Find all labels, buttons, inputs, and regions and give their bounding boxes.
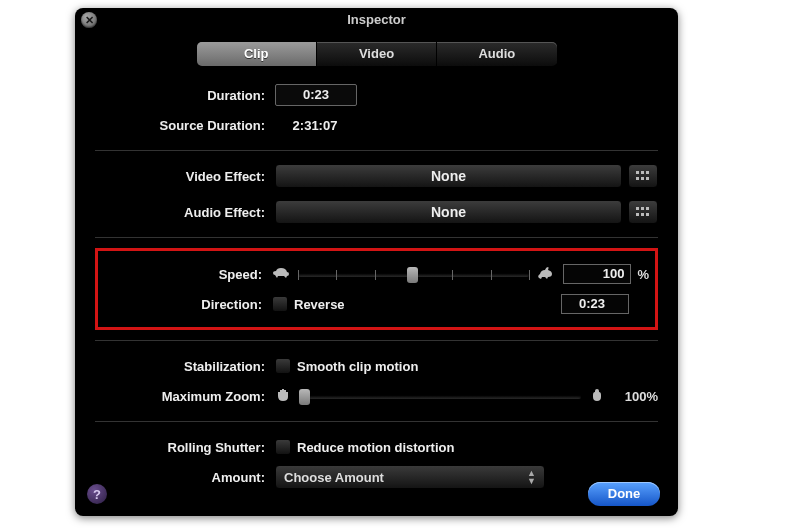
close-button[interactable]: ✕ [81, 12, 97, 28]
source-duration-value: 2:31:07 [275, 118, 355, 133]
video-effect-browser-button[interactable] [628, 164, 658, 188]
tab-video[interactable]: Video [317, 42, 437, 66]
title-bar: ✕ Inspector [75, 8, 678, 32]
rolling-shutter-checkbox-label: Reduce motion distortion [297, 440, 454, 455]
done-button[interactable]: Done [588, 482, 660, 506]
hand-closed-icon [589, 387, 605, 406]
tab-audio[interactable]: Audio [437, 42, 556, 66]
divider [95, 150, 658, 151]
audio-effect-button[interactable]: None [275, 200, 622, 224]
turtle-icon [272, 267, 290, 282]
rolling-shutter-checkbox[interactable] [275, 439, 291, 455]
reverse-checkbox[interactable] [272, 296, 288, 312]
svg-rect-0 [636, 171, 639, 174]
max-zoom-label: Maximum Zoom: [95, 389, 275, 404]
reverse-checkbox-label: Reverse [294, 297, 345, 312]
duration-label: Duration: [95, 88, 275, 103]
rolling-shutter-label: Rolling Shutter: [95, 440, 275, 455]
svg-rect-6 [636, 207, 639, 210]
svg-rect-11 [646, 213, 649, 216]
svg-rect-5 [646, 177, 649, 180]
grid-icon [636, 207, 650, 217]
svg-rect-9 [636, 213, 639, 216]
svg-rect-1 [641, 171, 644, 174]
duration-field[interactable]: 0:23 [275, 84, 357, 106]
close-icon: ✕ [85, 8, 94, 32]
stabilization-checkbox-label: Smooth clip motion [297, 359, 418, 374]
speed-percent: % [637, 267, 649, 282]
window-title: Inspector [347, 12, 406, 27]
max-zoom-slider[interactable] [299, 386, 581, 406]
stabilization-label: Stabilization: [95, 359, 275, 374]
divider [95, 421, 658, 422]
speed-value-field[interactable]: 100 [563, 264, 631, 284]
svg-rect-8 [646, 207, 649, 210]
divider [95, 340, 658, 341]
source-duration-label: Source Duration: [95, 118, 275, 133]
tab-clip[interactable]: Clip [197, 42, 317, 66]
max-zoom-value: 100% [625, 389, 658, 404]
speed-slider[interactable] [298, 264, 529, 284]
direction-label: Direction: [104, 297, 272, 312]
svg-rect-2 [646, 171, 649, 174]
svg-rect-7 [641, 207, 644, 210]
svg-rect-3 [636, 177, 639, 180]
rabbit-icon [537, 267, 553, 282]
speed-highlight-box: Speed: 100 % Directio [95, 248, 658, 330]
svg-rect-4 [641, 177, 644, 180]
audio-effect-browser-button[interactable] [628, 200, 658, 224]
video-effect-label: Video Effect: [95, 169, 275, 184]
audio-effect-label: Audio Effect: [95, 205, 275, 220]
stabilization-checkbox[interactable] [275, 358, 291, 374]
svg-rect-10 [641, 213, 644, 216]
help-button[interactable]: ? [87, 484, 107, 504]
video-effect-button[interactable]: None [275, 164, 622, 188]
grid-icon [636, 171, 650, 181]
divider [95, 237, 658, 238]
speed-label: Speed: [104, 267, 272, 282]
direction-time-field[interactable]: 0:23 [561, 294, 629, 314]
tab-bar: Clip Video Audio [197, 42, 557, 66]
hand-open-icon [275, 387, 291, 406]
inspector-panel: ✕ Inspector Clip Video Audio Duration: 0… [75, 8, 678, 516]
